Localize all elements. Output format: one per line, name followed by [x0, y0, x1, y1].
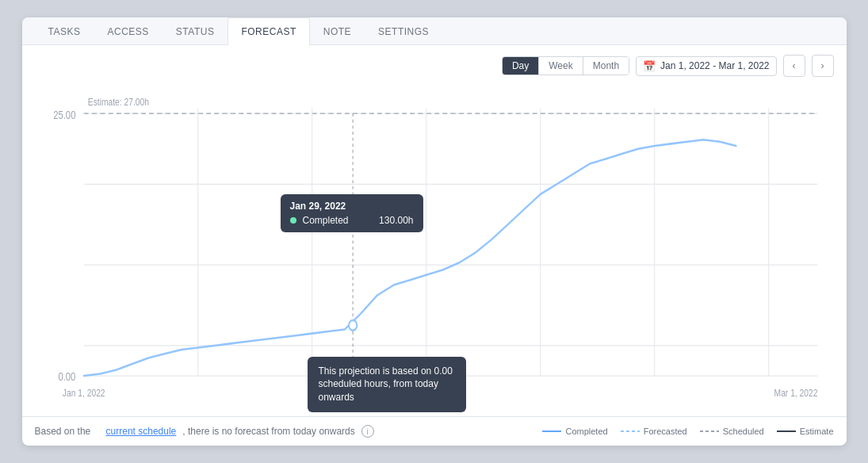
prev-nav-button[interactable]: ‹ [783, 55, 805, 77]
period-selector: Day Week Month [502, 56, 629, 75]
info-icon[interactable]: i [361, 425, 374, 438]
legend-completed: Completed [542, 427, 607, 436]
legend-forecasted-label: Forecasted [644, 427, 687, 436]
chart-area: 25.00 0.00 Estimate: 27.00h Jan 1, 2022 … [35, 83, 834, 416]
legend-estimate-line [777, 430, 796, 432]
legend-scheduled-line [700, 430, 719, 432]
chart-container: Day Week Month 📅 Jan 1, 2022 - Mar 1, 20… [22, 45, 847, 416]
footer-text-prefix: Based on the [35, 426, 91, 437]
next-nav-button[interactable]: › [812, 55, 834, 77]
footer-text-suffix: , there is no forecast from today onward… [182, 426, 354, 437]
svg-text:0.00: 0.00 [58, 370, 75, 383]
tab-bar: TASKS ACCESS STATUS FORECAST NOTE SETTIN… [22, 17, 847, 45]
tab-forecast[interactable]: FORECAST [228, 17, 309, 45]
main-card: TASKS ACCESS STATUS FORECAST NOTE SETTIN… [22, 17, 847, 446]
tab-settings[interactable]: SETTINGS [365, 17, 442, 45]
period-week-button[interactable]: Week [539, 57, 583, 75]
svg-text:Mar 1, 2022: Mar 1, 2022 [774, 388, 817, 398]
chart-controls: Day Week Month 📅 Jan 1, 2022 - Mar 1, 20… [35, 55, 834, 77]
legend-estimate: Estimate [777, 427, 834, 436]
period-month-button[interactable]: Month [583, 57, 629, 75]
svg-text:Jan 1, 2022: Jan 1, 2022 [62, 388, 105, 398]
date-range-picker[interactable]: 📅 Jan 1, 2022 - Mar 1, 2022 [636, 56, 776, 76]
date-range-label: Jan 1, 2022 - Mar 1, 2022 [660, 60, 769, 71]
current-schedule-link[interactable]: current schedule [106, 426, 177, 437]
footer: Based on the current schedule , there is… [22, 416, 847, 446]
chart-legend: Completed Forecasted Scheduled Estimate [542, 427, 833, 436]
legend-completed-line [542, 430, 561, 432]
tab-tasks[interactable]: TASKS [35, 17, 94, 45]
legend-completed-label: Completed [565, 427, 607, 436]
legend-estimate-label: Estimate [800, 427, 834, 436]
tab-status[interactable]: STATUS [163, 17, 228, 45]
calendar-icon: 📅 [643, 60, 656, 72]
svg-text:25.00: 25.00 [53, 108, 75, 121]
period-day-button[interactable]: Day [503, 57, 539, 75]
line-chart: 25.00 0.00 Estimate: 27.00h Jan 1, 2022 … [35, 83, 834, 416]
legend-forecasted-line [621, 430, 640, 432]
tab-note[interactable]: NOTE [310, 17, 365, 45]
legend-forecasted: Forecasted [621, 427, 687, 436]
svg-point-18 [349, 320, 357, 331]
tab-access[interactable]: ACCESS [94, 17, 162, 45]
svg-text:Estimate: 27.00h: Estimate: 27.00h [87, 97, 148, 107]
legend-scheduled-label: Scheduled [723, 427, 764, 436]
legend-scheduled: Scheduled [700, 427, 764, 436]
